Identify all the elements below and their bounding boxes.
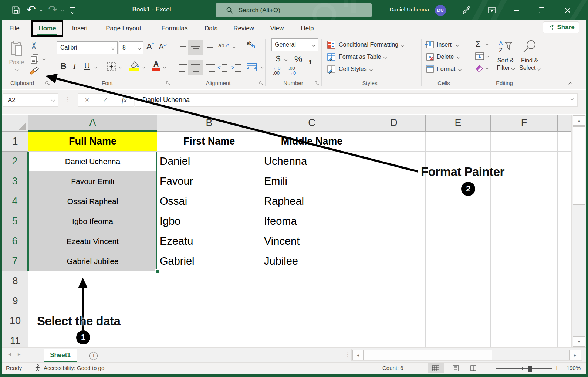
row-header-7[interactable]: 7	[2, 251, 28, 271]
cell-F11[interactable]	[491, 331, 558, 347]
cell-F4[interactable]	[491, 191, 558, 211]
horizontal-scroll-thumb[interactable]	[364, 350, 492, 360]
cell-B2[interactable]: Daniel	[157, 152, 261, 171]
sheet-nav-next-icon[interactable]: ▸	[18, 351, 21, 357]
increase-font-size-button[interactable]: A^	[146, 41, 154, 51]
cell-G2[interactable]	[558, 152, 571, 171]
font-color-button[interactable]: A	[152, 60, 160, 71]
clear-button[interactable]	[475, 64, 484, 72]
enter-icon[interactable]: ✓	[103, 96, 108, 104]
cell-G11[interactable]	[558, 331, 571, 347]
clipboard-dialog-launcher-icon[interactable]	[45, 81, 50, 86]
cell-E8[interactable]	[426, 271, 491, 291]
increase-decimal-button[interactable]: ←0 .00	[273, 66, 287, 75]
cell-A3[interactable]: Favour Emili	[28, 171, 157, 191]
cell-A9[interactable]	[28, 291, 157, 311]
scroll-up-icon[interactable]: ▴	[573, 115, 585, 126]
pen-icon[interactable]	[462, 6, 471, 15]
cell-G10[interactable]	[558, 311, 571, 331]
underline-button[interactable]: U	[84, 61, 90, 70]
cancel-icon[interactable]: ×	[85, 96, 89, 104]
font-size-combo[interactable]: 8	[119, 41, 143, 54]
cell-B5[interactable]: Igbo	[157, 211, 261, 231]
cell-B10[interactable]	[157, 311, 261, 331]
cell-E9[interactable]	[426, 291, 491, 311]
cell-F1[interactable]	[491, 132, 558, 152]
cell-D1[interactable]	[362, 132, 426, 152]
zoom-slider-thumb[interactable]	[528, 366, 532, 372]
vertical-scrollbar[interactable]: ▴ ▾	[571, 115, 586, 347]
cell-D4[interactable]	[362, 191, 426, 211]
autosum-button[interactable]: Σ	[476, 39, 481, 49]
cell-C4[interactable]: Rapheal	[261, 191, 362, 211]
view-page-layout-button[interactable]	[447, 363, 464, 373]
cell-A5[interactable]: Igbo Ifeoma	[28, 211, 157, 231]
scroll-left-icon[interactable]: ◂	[352, 350, 364, 360]
comma-button[interactable]: ,	[308, 50, 312, 65]
cell-D5[interactable]	[362, 211, 426, 231]
cell-A6[interactable]: Ezeatu Vincent	[28, 231, 157, 251]
column-header-A[interactable]: A	[28, 115, 157, 132]
accessibility-icon[interactable]	[34, 364, 41, 371]
column-header-D[interactable]: D	[362, 115, 426, 132]
bold-button[interactable]: B	[61, 61, 67, 71]
zoom-level[interactable]: 190%	[561, 365, 581, 371]
cell-C8[interactable]	[261, 271, 362, 291]
minimize-button[interactable]	[505, 0, 527, 20]
cell-F7[interactable]	[491, 251, 558, 271]
cell-C10[interactable]	[261, 311, 362, 331]
cell-E11[interactable]	[426, 331, 491, 347]
tab-file[interactable]: File	[4, 21, 25, 36]
cell-C1[interactable]: Middle Name	[261, 132, 362, 152]
cell-F6[interactable]	[491, 231, 558, 251]
tab-data[interactable]: Data	[199, 21, 223, 36]
font-name-dropdown-icon[interactable]	[111, 46, 115, 50]
cell-G5[interactable]	[558, 211, 571, 231]
name-box[interactable]: A2	[3, 93, 58, 107]
borders-button[interactable]	[107, 62, 116, 71]
cell-E6[interactable]	[426, 231, 491, 251]
fill-button[interactable]	[475, 52, 484, 61]
delete-cells-button[interactable]: Delete	[425, 52, 460, 62]
row-header-4[interactable]: 4	[2, 191, 28, 211]
cell-B3[interactable]: Favour	[157, 171, 261, 191]
cell-D9[interactable]	[362, 291, 426, 311]
cell-C11[interactable]	[261, 331, 362, 347]
align-middle-button[interactable]	[188, 40, 203, 55]
zoom-out-icon[interactable]: −	[487, 364, 491, 372]
font-size-dropdown-icon[interactable]	[138, 46, 142, 50]
cell-B1[interactable]: First Name	[157, 132, 261, 152]
column-header-C[interactable]: C	[261, 115, 362, 132]
decrease-font-size-button[interactable]: A	[159, 43, 166, 51]
cell-D2[interactable]	[362, 152, 426, 171]
cell-F10[interactable]	[491, 311, 558, 331]
insert-cells-button[interactable]: Insert	[425, 40, 459, 50]
status-accessibility[interactable]: Accessibility: Good to go	[44, 365, 104, 371]
redo-button[interactable]: ↷	[48, 3, 57, 16]
number-format-combo[interactable]: General	[271, 38, 318, 51]
cell-B6[interactable]: Ezeatu	[157, 231, 261, 251]
cell-C9[interactable]	[261, 291, 362, 311]
cell-C3[interactable]: Emili	[261, 171, 362, 191]
conditional-formatting-button[interactable]: Conditional Formatting	[327, 40, 404, 50]
percent-button[interactable]: %	[294, 54, 302, 64]
share-button[interactable]: Share	[543, 21, 579, 33]
row-header-10[interactable]: 10	[2, 311, 28, 331]
close-button[interactable]	[555, 0, 581, 20]
alignment-dialog-launcher-icon[interactable]	[259, 81, 264, 86]
zoom-slider-track[interactable]	[496, 368, 552, 369]
cell-E10[interactable]	[426, 311, 491, 331]
sheet-nav-prev-icon[interactable]: ◂	[8, 351, 11, 357]
cell-D8[interactable]	[362, 271, 426, 291]
cell-F8[interactable]	[491, 271, 558, 291]
cell-D10[interactable]	[362, 311, 426, 331]
row-header-3[interactable]: 3	[2, 171, 28, 191]
ribbon-display-options-icon[interactable]	[487, 6, 496, 15]
cell-A1[interactable]: Full Name	[28, 132, 157, 152]
wrap-text-button[interactable]: ab	[246, 41, 257, 51]
italic-button[interactable]: I	[73, 61, 76, 71]
row-header-11[interactable]: 11	[2, 331, 28, 347]
save-icon[interactable]	[11, 5, 21, 15]
view-page-break-button[interactable]	[465, 363, 481, 373]
sort-filter-button[interactable]: AZ Sort & Filter	[494, 40, 517, 72]
